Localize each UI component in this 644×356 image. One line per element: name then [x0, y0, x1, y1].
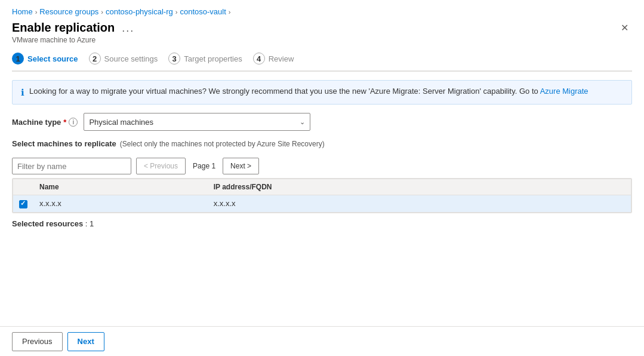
table-toolbar: < Previous Page 1 Next >	[12, 158, 632, 174]
page-title: Enable replication	[12, 21, 115, 35]
breadcrumb-contoso-vault[interactable]: contoso-vault	[180, 7, 226, 16]
next-button[interactable]: Next	[67, 332, 104, 351]
step-target-properties[interactable]: 3 Target properties	[168, 53, 253, 65]
row-checkbox[interactable]	[19, 200, 27, 208]
step-4-label: Review	[269, 54, 294, 63]
machines-table: Name IP address/FQDN x.x.x.x x.x.x.x	[13, 179, 631, 213]
row-ip: x.x.x.x	[208, 195, 569, 213]
required-indicator: *	[63, 118, 66, 127]
page-subtitle: VMware machine to Azure	[12, 36, 632, 44]
previous-page-button[interactable]: < Previous	[136, 158, 186, 174]
row-checkbox-cell[interactable]	[13, 195, 34, 213]
azure-migrate-link[interactable]: Azure Migrate	[540, 87, 588, 96]
dropdown-arrow-icon: ⌄	[300, 118, 305, 126]
selected-label: Selected resources	[12, 219, 83, 228]
breadcrumb-resource-groups[interactable]: Resource groups	[39, 7, 98, 16]
info-icon: ℹ	[21, 87, 24, 98]
machine-type-dropdown[interactable]: Physical machines ⌄	[84, 113, 310, 131]
row-extra	[568, 195, 631, 213]
breadcrumb-contoso-physical-rg[interactable]: contoso-physical-rg	[106, 7, 173, 16]
section-title: Select machines to replicate	[12, 139, 116, 148]
info-banner: ℹ Looking for a way to migrate your virt…	[12, 80, 632, 105]
col-extra	[568, 179, 631, 195]
machine-type-row: Machine type * i Physical machines ⌄	[12, 113, 632, 131]
machines-table-wrapper: Name IP address/FQDN x.x.x.x x.x.x.x	[12, 178, 632, 213]
info-banner-text: Looking for a way to migrate your virtua…	[29, 87, 588, 96]
row-name: x.x.x.x	[33, 195, 208, 213]
selected-resources-row: Selected resources : 1	[12, 219, 632, 228]
filter-input[interactable]	[12, 158, 131, 174]
next-page-button[interactable]: Next >	[223, 158, 259, 174]
more-options-icon[interactable]: ...	[122, 22, 134, 35]
table-row: x.x.x.x x.x.x.x	[13, 195, 631, 213]
section-subtitle: (Select only the machines not protected …	[120, 140, 325, 148]
breadcrumb: Home › Resource groups › contoso-physica…	[12, 7, 632, 16]
step-2-label: Source settings	[104, 54, 158, 63]
step-select-source[interactable]: 1 Select source	[12, 53, 89, 65]
step-2-circle: 2	[89, 53, 101, 65]
step-4-circle: 4	[253, 53, 265, 65]
steps-bar: 1 Select source 2 Source settings 3 Targ…	[12, 53, 632, 72]
step-1-circle: 1	[12, 53, 24, 65]
page-label: Page 1	[190, 162, 218, 170]
step-review[interactable]: 4 Review	[253, 53, 305, 65]
bottom-bar: Previous Next	[0, 326, 644, 356]
machine-type-value: Physical machines	[89, 118, 153, 127]
col-name: Name	[33, 179, 208, 195]
step-3-circle: 3	[168, 53, 180, 65]
step-source-settings[interactable]: 2 Source settings	[89, 53, 169, 65]
step-3-label: Target properties	[184, 54, 242, 63]
breadcrumb-home[interactable]: Home	[12, 7, 33, 16]
step-1-label: Select source	[27, 54, 78, 63]
col-ip: IP address/FQDN	[208, 179, 569, 195]
close-button[interactable]: ✕	[617, 21, 632, 35]
col-checkbox	[13, 179, 34, 195]
machine-type-info-icon[interactable]: i	[69, 118, 78, 127]
selected-colon: :	[85, 219, 90, 228]
previous-button[interactable]: Previous	[12, 332, 63, 351]
machine-type-label: Machine type * i	[12, 118, 78, 127]
selected-count-value: 1	[90, 219, 94, 228]
machines-section: Select machines to replicate (Select onl…	[12, 139, 632, 213]
